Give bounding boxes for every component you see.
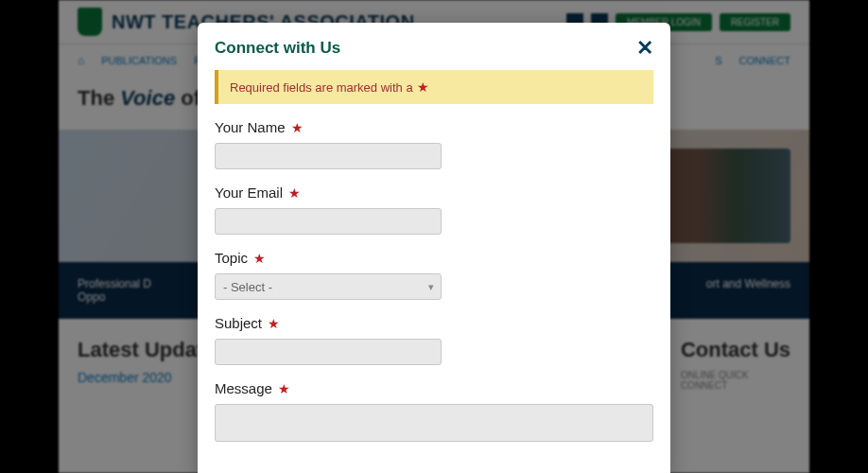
form-group-name: Your Name ★ <box>215 119 653 169</box>
topic-label: Topic ★ <box>215 250 653 266</box>
star-icon: ★ <box>278 381 290 396</box>
star-icon: ★ <box>268 316 280 331</box>
modal-title: Connect with Us <box>215 39 340 58</box>
close-icon[interactable]: ✕ <box>636 36 653 61</box>
form-group-subject: Subject ★ <box>215 315 653 365</box>
connect-modal: Connect with Us ✕ Required fields are ma… <box>198 23 670 473</box>
form-group-topic: Topic ★ - Select - <box>215 250 653 300</box>
star-icon: ★ <box>291 120 304 135</box>
form-body: Your Name ★ Your Email ★ Topic ★ - Selec… <box>198 119 670 473</box>
message-label: Message ★ <box>215 380 653 396</box>
form-group-email: Your Email ★ <box>215 184 653 235</box>
email-input[interactable] <box>215 208 442 235</box>
email-label: Your Email ★ <box>215 184 653 201</box>
name-input[interactable] <box>215 143 442 169</box>
name-label: Your Name ★ <box>215 119 653 135</box>
star-icon: ★ <box>253 251 266 266</box>
star-icon: ★ <box>288 185 301 201</box>
form-group-message: Message ★ <box>215 380 653 446</box>
modal-header: Connect with Us ✕ <box>198 23 670 70</box>
star-icon: ★ <box>417 79 429 95</box>
required-notice: Required fields are marked with a ★ <box>215 70 653 104</box>
message-textarea[interactable] <box>215 404 653 442</box>
subject-input[interactable] <box>215 339 442 365</box>
subject-label: Subject ★ <box>215 315 653 331</box>
topic-select-wrap: - Select - <box>215 273 442 300</box>
topic-select[interactable]: - Select - <box>215 273 442 300</box>
